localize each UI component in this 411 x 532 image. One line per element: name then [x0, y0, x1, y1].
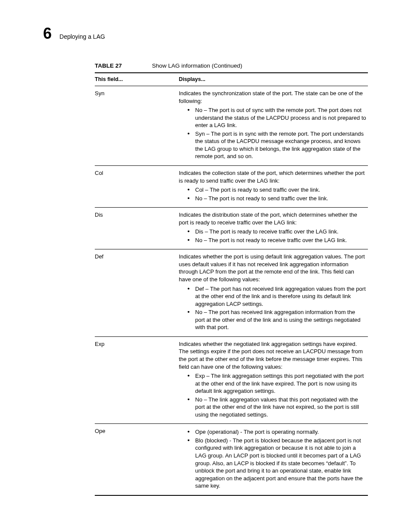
bullet-item: No – The port is not ready to receive tr… — [187, 236, 366, 244]
table-label: TABLE 27 — [95, 62, 122, 70]
bullet-item: Col – The port is ready to send traffic … — [187, 186, 366, 194]
row-intro: Indicates the synchronization state of t… — [179, 90, 366, 105]
bullet-item: Ope (operational) - The port is operatin… — [187, 428, 366, 436]
chapter-title: Deploying a LAG — [59, 33, 105, 41]
row-intro: Indicates the collection state of the po… — [179, 169, 366, 184]
displays-cell: Ope (operational) - The port is operatin… — [179, 424, 368, 495]
running-head: 6 Deploying a LAG — [43, 26, 368, 41]
row-intro: Indicates whether the negotiated link ag… — [179, 340, 366, 370]
displays-cell: Indicates whether the negotiated link ag… — [179, 336, 368, 423]
bullet-list: Dis – The port is ready to receive traff… — [179, 228, 366, 244]
field-cell: Ope — [95, 424, 179, 495]
table-row: ExpIndicates whether the negotiated link… — [95, 336, 368, 423]
displays-cell: Indicates the synchronization state of t… — [179, 86, 368, 166]
table-row: DisIndicates the distribution state of t… — [95, 208, 368, 249]
table-header-row: This field... Displays... — [95, 73, 368, 86]
row-intro: Indicates whether the port is using defa… — [179, 253, 366, 283]
field-cell: Dis — [95, 208, 179, 249]
bullet-item: No – The link aggregation values that th… — [187, 396, 366, 419]
table-row: DefIndicates whether the port is using d… — [95, 249, 368, 336]
table-title: Show LAG information (Continued) — [152, 62, 242, 70]
table-row: OpeOpe (operational) - The port is opera… — [95, 424, 368, 495]
bullet-item: Dis – The port is ready to receive traff… — [187, 228, 366, 236]
bullet-item: Syn – The port is in sync with the remot… — [187, 130, 366, 160]
bullet-list: Def – The port has not received link agg… — [179, 285, 366, 331]
table-row: ColIndicates the collection state of the… — [95, 166, 368, 208]
displays-cell: Indicates whether the port is using defa… — [179, 249, 368, 336]
bullet-list: No – The port is out of sync with the re… — [179, 106, 366, 160]
col-header-field: This field... — [95, 73, 179, 86]
table-caption: TABLE 27 Show LAG information (Continued… — [95, 62, 368, 70]
displays-cell: Indicates the distribution state of the … — [179, 208, 368, 249]
field-cell: Syn — [95, 86, 179, 166]
bullet-list: Col – The port is ready to send traffic … — [179, 186, 366, 202]
table-row: SynIndicates the synchronization state o… — [95, 86, 368, 166]
bullet-item: Def – The port has not received link agg… — [187, 285, 366, 308]
bullet-item: No – The port is out of sync with the re… — [187, 106, 366, 129]
bullet-item: No – The port has received link aggregat… — [187, 308, 366, 331]
chapter-number: 6 — [43, 26, 52, 41]
bullet-item: Exp – The link aggregation settings this… — [187, 372, 366, 395]
bullet-item: No – The port is not ready to send traff… — [187, 195, 366, 202]
bullet-item: Blo (blocked) - The port is blocked beca… — [187, 437, 366, 490]
field-cell: Def — [95, 249, 179, 336]
page: 6 Deploying a LAG TABLE 27 Show LAG info… — [0, 0, 411, 532]
col-header-displays: Displays... — [179, 73, 368, 86]
displays-cell: Indicates the collection state of the po… — [179, 166, 368, 208]
lag-info-table: This field... Displays... SynIndicates t… — [95, 72, 368, 495]
bullet-list: Ope (operational) - The port is operatin… — [179, 428, 366, 489]
field-cell: Col — [95, 166, 179, 208]
table-container: TABLE 27 Show LAG information (Continued… — [95, 62, 368, 496]
field-cell: Exp — [95, 336, 179, 423]
row-intro: Indicates the distribution state of the … — [179, 211, 366, 226]
bullet-list: Exp – The link aggregation settings this… — [179, 372, 366, 418]
